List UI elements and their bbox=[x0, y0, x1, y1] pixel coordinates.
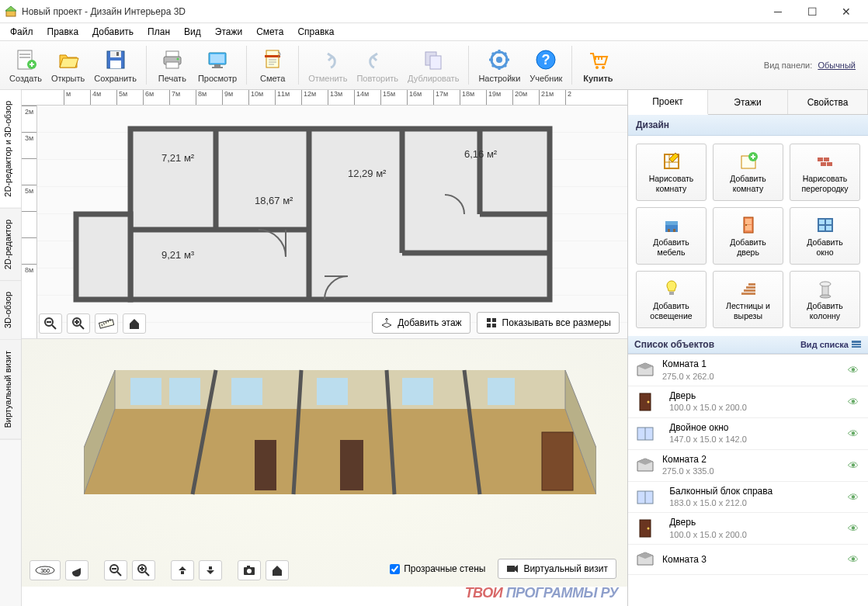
zoom-in-icon[interactable] bbox=[67, 313, 90, 334]
tutorial-button[interactable]: ?Учебник bbox=[525, 43, 567, 88]
tool-card-7[interactable]: Лестницы ивырезы bbox=[713, 271, 783, 328]
plan-2d-canvas[interactable]: 7,21 м² 18,67 м² 9,21 м³ 12,29 м² 6,16 м… bbox=[37, 106, 627, 338]
tool-card-0[interactable]: Нарисоватькомнату bbox=[636, 144, 707, 201]
virtual-visit-button[interactable]: Виртуальный визит bbox=[498, 559, 616, 579]
tool-card-8[interactable]: Добавитьколонну bbox=[790, 271, 860, 328]
open-button[interactable]: Открыть bbox=[47, 43, 89, 88]
object-item-6[interactable]: Комната 3👁 bbox=[628, 545, 868, 575]
svg-point-23 bbox=[496, 57, 502, 63]
view-3d-canvas[interactable]: 360 Прозрачные стены Виртуальный визит bbox=[22, 338, 627, 587]
svg-rect-72 bbox=[818, 158, 823, 161]
object-item-4[interactable]: Балконный блок справа 183.0 x 15.0 x 212… bbox=[628, 482, 868, 514]
svg-rect-97 bbox=[852, 346, 861, 348]
panel-mode-link[interactable]: Обычный bbox=[818, 61, 856, 70]
menu-estimate[interactable]: Смета bbox=[249, 24, 290, 40]
estimate-button[interactable]: Смета bbox=[252, 43, 293, 88]
menu-add[interactable]: Добавить bbox=[85, 24, 141, 40]
settings-button[interactable]: Настройки bbox=[474, 43, 525, 88]
svg-rect-41 bbox=[492, 318, 496, 322]
tab-floors[interactable]: Этажи bbox=[708, 90, 788, 114]
maximize-button[interactable]: ☐ bbox=[795, 1, 829, 23]
minimize-button[interactable]: ─ bbox=[761, 1, 795, 23]
svg-marker-1 bbox=[5, 6, 16, 11]
svg-rect-40 bbox=[487, 318, 491, 322]
ruler-vertical: 2м3м5м8м bbox=[22, 106, 37, 338]
menu-view[interactable]: Вид bbox=[177, 24, 208, 40]
visibility-icon[interactable]: 👁 bbox=[848, 491, 862, 504]
object-item-5[interactable]: Дверь 100.0 x 15.0 x 200.0👁 bbox=[628, 513, 868, 545]
down-icon[interactable] bbox=[199, 560, 222, 580]
create-button[interactable]: Создать bbox=[5, 43, 47, 88]
save-button[interactable]: Сохранить bbox=[89, 43, 141, 88]
tool-card-3[interactable]: Добавитьмебель bbox=[636, 207, 707, 265]
tab-2d[interactable]: 2D-редактор bbox=[0, 209, 21, 281]
menu-help[interactable]: Справка bbox=[290, 24, 341, 40]
up-icon[interactable] bbox=[171, 560, 194, 580]
svg-rect-96 bbox=[852, 344, 861, 345]
transparent-walls-checkbox[interactable]: Прозрачные стены bbox=[390, 563, 485, 574]
svg-rect-18 bbox=[266, 50, 279, 68]
camera-icon[interactable] bbox=[238, 560, 261, 580]
tool-card-5[interactable]: Добавитьокно bbox=[790, 207, 860, 265]
svg-point-93 bbox=[820, 282, 831, 286]
tab-project[interactable]: Проект bbox=[628, 90, 708, 115]
watermark: ТВОИ ПРОГРАММЫ РУ bbox=[465, 585, 618, 601]
list-view-link[interactable]: Вид списка bbox=[800, 340, 862, 349]
buy-button[interactable]: Купить bbox=[577, 43, 619, 88]
tab-properties[interactable]: Свойства bbox=[788, 90, 868, 114]
visibility-icon[interactable]: 👁 bbox=[848, 459, 862, 472]
object-item-1[interactable]: Дверь 100.0 x 15.0 x 200.0👁 bbox=[628, 386, 868, 418]
object-list[interactable]: Комната 1275.0 x 262.0👁 Дверь 100.0 x 15… bbox=[628, 354, 868, 606]
redo-button[interactable]: Повторить bbox=[352, 43, 403, 88]
print-button[interactable]: Печать bbox=[151, 43, 193, 88]
svg-rect-68 bbox=[507, 566, 515, 572]
svg-rect-43 bbox=[492, 324, 496, 327]
add-floor-button[interactable]: Добавить этаж bbox=[372, 312, 470, 334]
visibility-icon[interactable]: 👁 bbox=[848, 553, 862, 566]
menu-file[interactable]: Файл bbox=[3, 24, 40, 40]
svg-rect-58 bbox=[542, 432, 573, 490]
tool-card-6[interactable]: Добавитьосвещение bbox=[636, 271, 707, 328]
svg-rect-7 bbox=[110, 51, 121, 57]
visibility-icon[interactable]: 👁 bbox=[848, 364, 862, 376]
visibility-icon[interactable]: 👁 bbox=[848, 428, 862, 440]
zoom-out-3d-icon[interactable] bbox=[104, 560, 127, 580]
svg-rect-67 bbox=[247, 566, 250, 568]
preview-button[interactable]: Просмотр bbox=[193, 43, 241, 88]
visibility-icon[interactable]: 👁 bbox=[848, 396, 862, 408]
tool-card-2[interactable]: Нарисоватьперегородку bbox=[790, 144, 860, 201]
svg-rect-54 bbox=[231, 378, 262, 405]
close-button[interactable]: ✕ bbox=[829, 1, 863, 23]
svg-rect-8 bbox=[110, 61, 121, 68]
zoom-out-icon[interactable] bbox=[39, 313, 62, 334]
menu-floors[interactable]: Этажи bbox=[208, 24, 249, 40]
undo-button[interactable]: Отменить bbox=[304, 43, 352, 88]
menu-plan[interactable]: План bbox=[141, 24, 177, 40]
svg-rect-88 bbox=[741, 293, 755, 295]
panel-mode-label: Вид панели: Обычный bbox=[764, 61, 863, 70]
object-item-0[interactable]: Комната 1275.0 x 262.0👁 bbox=[628, 355, 868, 386]
home-3d-icon[interactable] bbox=[266, 560, 289, 580]
tool-card-1[interactable]: Добавитькомнату bbox=[713, 144, 783, 201]
home-icon[interactable] bbox=[123, 313, 146, 334]
tab-2d-3d[interactable]: 2D-редактор и 3D-обзор bbox=[0, 90, 21, 209]
object-item-2[interactable]: Двойное окно 147.0 x 15.0 x 142.0👁 bbox=[628, 418, 868, 450]
zoom-in-3d-icon[interactable] bbox=[132, 560, 155, 580]
tab-virtual[interactable]: Виртуальный визит bbox=[0, 340, 21, 440]
duplicate-button[interactable]: Дублировать bbox=[403, 43, 464, 88]
svg-rect-39 bbox=[99, 320, 114, 328]
svg-rect-95 bbox=[852, 341, 861, 343]
tab-3d[interactable]: 3D-обзор bbox=[0, 281, 21, 340]
rotate-360-icon[interactable]: 360 bbox=[30, 560, 61, 580]
svg-rect-9 bbox=[116, 52, 119, 56]
measure-icon[interactable] bbox=[95, 313, 118, 334]
pan-icon[interactable] bbox=[65, 560, 89, 580]
show-dims-button[interactable]: Показывать все размеры bbox=[477, 312, 620, 334]
svg-rect-81 bbox=[745, 219, 752, 224]
menu-edit[interactable]: Правка bbox=[40, 24, 86, 40]
visibility-icon[interactable]: 👁 bbox=[848, 522, 862, 535]
object-item-3[interactable]: Комната 2275.0 x 335.0👁 bbox=[628, 450, 868, 482]
svg-rect-3 bbox=[19, 54, 30, 55]
tool-card-4[interactable]: Добавитьдверь bbox=[713, 207, 783, 265]
room-area-4: 12,29 м² bbox=[348, 168, 386, 179]
